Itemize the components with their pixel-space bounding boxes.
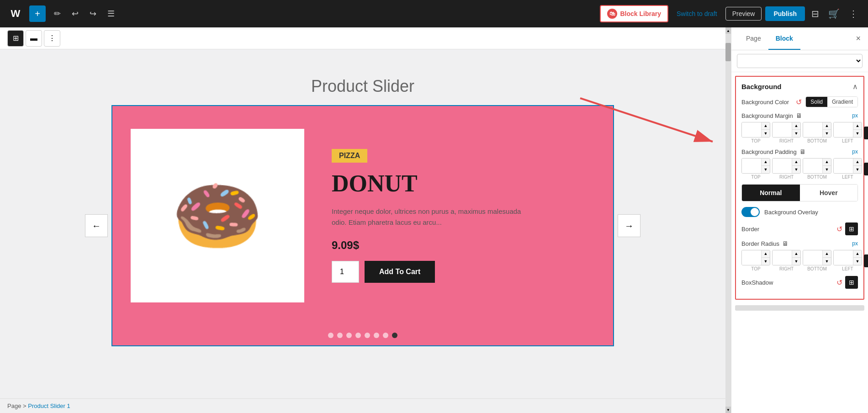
cart-button[interactable]: 🛒 xyxy=(826,5,842,22)
bg-color-reset-button[interactable]: ↺ xyxy=(796,98,802,106)
margin-right-down[interactable]: ▼ xyxy=(792,130,800,137)
slider-dot-4[interactable] xyxy=(355,333,361,338)
br-lock-button[interactable]: 🔒 xyxy=(864,254,868,267)
padding-lock-button[interactable]: 🔒 xyxy=(864,163,868,175)
br-right-down[interactable]: ▼ xyxy=(792,258,800,265)
br-top-input[interactable] xyxy=(742,250,761,265)
margin-right-up[interactable]: ▲ xyxy=(792,122,800,130)
br-right-input[interactable] xyxy=(773,250,792,265)
slider-dot-5[interactable] xyxy=(365,333,370,338)
solid-button[interactable]: Solid xyxy=(806,97,827,107)
padding-bottom-down[interactable]: ▼ xyxy=(823,166,831,173)
br-left-group: ▲ ▼ LEFT xyxy=(833,250,862,271)
padding-unit: px xyxy=(852,148,858,155)
br-bottom-input[interactable] xyxy=(803,250,822,265)
toolbar-more[interactable]: ⋮ xyxy=(44,30,60,47)
vertical-scrollbar[interactable]: ▲ ▼ xyxy=(725,27,731,413)
undo-button[interactable]: ↩ xyxy=(69,6,81,21)
padding-top-up[interactable]: ▲ xyxy=(762,159,770,166)
br-top-down[interactable]: ▼ xyxy=(762,258,770,265)
toolbar-icon1[interactable]: ⊞ xyxy=(7,30,24,47)
margin-right-spinners: ▲ ▼ xyxy=(792,122,800,137)
tab-block[interactable]: Block xyxy=(768,27,800,50)
overlay-toggle[interactable] xyxy=(741,207,760,217)
slider-dot-6[interactable] xyxy=(374,333,379,338)
padding-right-input[interactable]: 50 xyxy=(773,159,792,173)
slider-dot-3[interactable] xyxy=(346,333,352,338)
sidebar-toggle-button[interactable]: ⊟ xyxy=(809,5,822,22)
padding-left-input[interactable]: 50 xyxy=(834,159,853,173)
margin-bottom-down[interactable]: ▼ xyxy=(823,130,831,137)
edit-icon-button[interactable]: ✏ xyxy=(51,6,64,21)
margin-left-input[interactable] xyxy=(834,122,853,137)
margin-left-up[interactable]: ▲ xyxy=(853,122,862,130)
br-top-up[interactable]: ▲ xyxy=(762,250,770,258)
hover-state-button[interactable]: Hover xyxy=(800,185,858,201)
slider-next-button[interactable]: → xyxy=(618,214,640,237)
margin-lock-button[interactable]: 🔒 xyxy=(864,127,868,139)
list-view-button[interactable]: ☰ xyxy=(105,6,117,21)
br-left-down[interactable]: ▼ xyxy=(853,258,862,265)
padding-left-group: 50 ▲ ▼ LEFT xyxy=(833,158,862,180)
margin-bottom-input[interactable] xyxy=(803,122,822,137)
margin-top-input-wrap: ▲ ▼ xyxy=(741,122,770,138)
switch-to-draft-button[interactable]: Switch to draft xyxy=(672,7,722,20)
padding-left-up[interactable]: ▲ xyxy=(853,159,862,166)
boxshadow-reset-button[interactable]: ↺ xyxy=(836,278,842,287)
br-right-up[interactable]: ▲ xyxy=(792,250,800,258)
padding-right-down[interactable]: ▼ xyxy=(792,166,800,173)
slider-dots xyxy=(112,325,613,345)
scrollbar-up-arrow[interactable]: ▲ xyxy=(725,27,731,34)
padding-top-down[interactable]: ▼ xyxy=(762,166,770,173)
wp-logo[interactable]: W xyxy=(7,5,24,22)
br-bottom-down[interactable]: ▼ xyxy=(823,258,831,265)
panel-bottom-scrollbar[interactable] xyxy=(735,305,864,311)
margin-top-input[interactable] xyxy=(742,122,761,137)
br-left-input-wrap: ▲ ▼ xyxy=(833,250,862,265)
padding-bottom-input[interactable]: 60 xyxy=(803,159,822,173)
padding-left-down[interactable]: ▼ xyxy=(853,166,862,173)
section-collapse-button[interactable]: ∧ xyxy=(852,82,858,91)
background-section: Background ∧ Background Color ↺ Solid Gr… xyxy=(735,76,864,300)
border-icon-button[interactable]: ⊞ xyxy=(845,222,858,235)
br-top-spinners: ▲ ▼ xyxy=(761,250,770,265)
slider-prev-button[interactable]: ← xyxy=(85,214,108,237)
margin-right-input[interactable] xyxy=(773,122,792,137)
toolbar-icon2[interactable]: ▬ xyxy=(26,30,42,47)
scrollbar-down-arrow[interactable]: ▼ xyxy=(725,407,731,413)
br-left-input[interactable] xyxy=(834,250,853,265)
more-options-button[interactable]: ⋮ xyxy=(846,5,861,22)
padding-right-up[interactable]: ▲ xyxy=(792,159,800,166)
slider-dot-7[interactable] xyxy=(383,333,388,338)
slider-dot-1[interactable] xyxy=(328,333,333,338)
preview-button[interactable]: Preview xyxy=(725,7,762,21)
publish-button[interactable]: Publish xyxy=(765,6,805,21)
margin-top-down[interactable]: ▼ xyxy=(762,130,770,137)
gradient-button[interactable]: Gradient xyxy=(827,97,857,107)
margin-left-down[interactable]: ▼ xyxy=(853,130,862,137)
br-bottom-up[interactable]: ▲ xyxy=(823,250,831,258)
boxshadow-icon-button[interactable]: ⊞ xyxy=(845,276,858,289)
border-reset-button[interactable]: ↺ xyxy=(836,225,842,233)
add-block-button[interactable]: + xyxy=(29,5,46,22)
tab-page[interactable]: Page xyxy=(739,27,768,50)
br-left-up[interactable]: ▲ xyxy=(853,250,862,258)
slider-dot-8[interactable] xyxy=(392,333,397,338)
block-select[interactable] xyxy=(737,54,863,68)
padding-bottom-up[interactable]: ▲ xyxy=(823,159,831,166)
breadcrumb-page[interactable]: Page xyxy=(7,402,21,409)
padding-top-input[interactable]: 60 xyxy=(742,159,761,173)
border-radius-label-row: Border Radius 🖥 px xyxy=(741,240,858,247)
normal-state-button[interactable]: Normal xyxy=(742,185,800,201)
slider-dot-2[interactable] xyxy=(337,333,343,338)
quantity-input[interactable] xyxy=(332,261,359,283)
add-to-cart-button[interactable]: Add To Cart xyxy=(365,261,435,283)
scrollbar-thumb[interactable] xyxy=(725,43,731,61)
margin-bottom-up[interactable]: ▲ xyxy=(823,122,831,130)
topbar: W + ✏ ↩ ↪ ☰ 🛍 Block Library Switch to dr… xyxy=(0,0,868,27)
block-library-button[interactable]: 🛍 Block Library xyxy=(600,5,668,22)
page-title: Product Slider xyxy=(37,77,689,96)
redo-button[interactable]: ↪ xyxy=(87,6,99,21)
panel-close-button[interactable]: × xyxy=(856,34,861,43)
margin-top-up[interactable]: ▲ xyxy=(762,122,770,130)
